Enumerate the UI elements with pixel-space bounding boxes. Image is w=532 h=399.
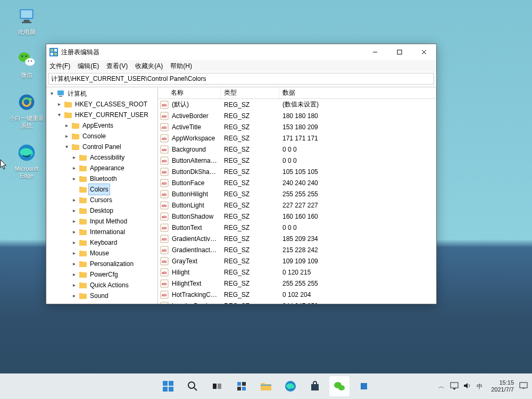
taskbar: ︿ 中 15:15 2021/7/7	[0, 373, 532, 399]
regedit-icon	[49, 48, 58, 56]
window-controls	[363, 44, 436, 60]
col-type[interactable]: 类型	[221, 87, 279, 98]
svg-point-11	[26, 55, 27, 57]
tool-taskbar[interactable]	[354, 376, 374, 396]
tree-item[interactable]: ▸International	[71, 227, 157, 237]
value-row[interactable]: HilightREG_SZ0 120 215	[158, 267, 436, 278]
tree-item[interactable]: ▸Keyboard	[71, 237, 157, 248]
svg-rect-28	[169, 381, 173, 386]
search-button[interactable]	[182, 376, 203, 396]
value-row[interactable]: ButtonTextREG_SZ0 0 0	[158, 222, 436, 233]
time: 15:15	[499, 379, 514, 386]
value-row[interactable]: AppWorkspaceREG_SZ171 171 171	[158, 132, 436, 144]
tree-item[interactable]: ▸Personalization	[71, 259, 157, 269]
svg-point-13	[28, 61, 29, 62]
maximize-button[interactable]	[387, 44, 412, 60]
value-row[interactable]: GrayTextREG_SZ109 109 109	[158, 255, 436, 267]
column-headers[interactable]: 名称 类型 数据	[158, 87, 436, 99]
desktop-icons: 此电脑微信小白一键重装系统MicrosoftEdge	[5, 5, 48, 192]
value-row[interactable]: ActiveBorderREG_SZ180 180 180	[158, 110, 436, 121]
string-value-icon	[160, 112, 169, 120]
value-row[interactable]: ButtonAlternat...REG_SZ0 0 0	[158, 155, 436, 166]
value-row[interactable]: InactiveBorderREG_SZ244 247 252	[158, 300, 436, 304]
edge-taskbar[interactable]	[280, 376, 301, 396]
tree-pane[interactable]: ▾计算机▸HKEY_CLASSES_ROOT▾HKEY_CURRENT_USER…	[46, 87, 158, 304]
value-row[interactable]: ButtonDkShad...REG_SZ105 105 105	[158, 166, 436, 177]
value-row[interactable]: HotTrackingCo...REG_SZ0 102 204	[158, 289, 436, 300]
titlebar[interactable]: 注册表编辑器	[46, 44, 436, 60]
desktop-tool[interactable]: 小白一键重装系统	[5, 92, 48, 129]
network-icon[interactable]	[450, 382, 459, 390]
wechat-taskbar[interactable]	[329, 376, 350, 396]
menu-item[interactable]: 编辑(E)	[78, 62, 99, 71]
menubar: 文件(F)编辑(E)查看(V)收藏夹(A)帮助(H)	[46, 60, 436, 72]
tree-item[interactable]: ▸Desktop	[71, 205, 157, 216]
value-row[interactable]: GradientActive...REG_SZ185 209 234	[158, 233, 436, 244]
tree-computer[interactable]: ▾计算机	[48, 88, 157, 99]
string-value-icon	[160, 290, 169, 299]
minimize-button[interactable]	[363, 44, 387, 60]
menu-item[interactable]: 收藏夹(A)	[135, 62, 163, 71]
svg-rect-29	[163, 387, 168, 392]
svg-rect-46	[453, 388, 455, 389]
notifications-icon[interactable]	[519, 382, 528, 390]
string-value-icon	[160, 123, 169, 131]
close-button[interactable]	[412, 44, 436, 60]
tree-item[interactable]: ▸Input Method	[71, 216, 157, 227]
col-data[interactable]: 数据	[279, 87, 436, 98]
tray-overflow-icon[interactable]: ︿	[438, 382, 445, 391]
string-value-icon	[160, 302, 169, 304]
tree-item[interactable]: ▸Quick Actions	[71, 280, 157, 290]
ime-indicator[interactable]: 中	[477, 383, 483, 390]
value-row[interactable]: ButtonHilightREG_SZ255 255 255	[158, 188, 436, 200]
svg-line-32	[194, 388, 197, 390]
address-bar[interactable]	[48, 73, 434, 85]
value-row[interactable]: BackgroundREG_SZ0 0 0	[158, 144, 436, 155]
store-button[interactable]	[305, 376, 325, 396]
string-value-icon	[160, 235, 169, 243]
tree-item[interactable]: ▸Mouse	[71, 248, 157, 259]
string-value-icon	[160, 223, 169, 232]
value-row[interactable]: ButtonShadowREG_SZ160 160 160	[158, 211, 436, 222]
value-row[interactable]: ActiveTitleREG_SZ153 180 209	[158, 121, 436, 132]
svg-rect-34	[218, 384, 221, 389]
svg-rect-27	[163, 381, 168, 386]
tree-item[interactable]: ▸Console	[63, 131, 157, 142]
value-row[interactable]: GradientInactiv...REG_SZ215 228 242	[158, 244, 436, 255]
volume-icon[interactable]	[463, 382, 471, 390]
tree-control-panel[interactable]: ▾Control Panel	[63, 142, 157, 152]
col-name[interactable]: 名称	[158, 87, 221, 98]
menu-item[interactable]: 查看(V)	[106, 62, 128, 71]
explorer-button[interactable]	[256, 376, 276, 396]
tree-hkcu[interactable]: ▾HKEY_CURRENT_USER	[56, 110, 157, 120]
menu-item[interactable]: 帮助(H)	[170, 62, 192, 71]
svg-point-12	[25, 58, 35, 65]
desktop-pc[interactable]: 此电脑	[5, 5, 48, 36]
tree-item[interactable]: ▸Cursors	[71, 195, 157, 205]
value-row[interactable]: HilightTextREG_SZ255 255 255	[158, 278, 436, 289]
start-button[interactable]	[158, 376, 178, 396]
values-pane[interactable]: 名称 类型 数据 (默认)REG_SZ(数值未设置)ActiveBorderRE…	[158, 87, 436, 304]
tree-item[interactable]: ▸AppEvents	[63, 120, 157, 131]
widgets-button[interactable]	[231, 376, 252, 396]
value-row[interactable]: ButtonFaceREG_SZ240 240 240	[158, 177, 436, 188]
desktop-edge[interactable]: MicrosoftEdge	[5, 142, 48, 179]
tree-item[interactable]: ▸Bluetooth	[71, 173, 157, 184]
edge-icon	[16, 142, 37, 163]
tree-item[interactable]: ▸Accessibility	[71, 152, 157, 163]
tree-item[interactable]: Colors	[71, 184, 157, 195]
menu-item[interactable]: 文件(F)	[49, 62, 70, 71]
svg-rect-21	[51, 53, 53, 55]
tree-item[interactable]: ▸PowerCfg	[71, 269, 157, 280]
value-row[interactable]: ButtonLightREG_SZ227 227 227	[158, 200, 436, 211]
tree-item[interactable]: ▸Environment	[63, 301, 157, 304]
tree-hkcr[interactable]: ▸HKEY_CLASSES_ROOT	[56, 99, 157, 110]
tree-item[interactable]: ▸Sound	[71, 290, 157, 301]
taskview-button[interactable]	[207, 376, 227, 396]
svg-rect-7	[24, 20, 30, 22]
desktop-wechat[interactable]: 微信	[5, 48, 48, 79]
value-row[interactable]: (默认)REG_SZ(数值未设置)	[158, 99, 436, 110]
clock[interactable]: 15:15 2021/7/7	[491, 379, 514, 393]
tree-item[interactable]: ▸Appearance	[71, 163, 157, 173]
svg-rect-41	[311, 384, 319, 390]
